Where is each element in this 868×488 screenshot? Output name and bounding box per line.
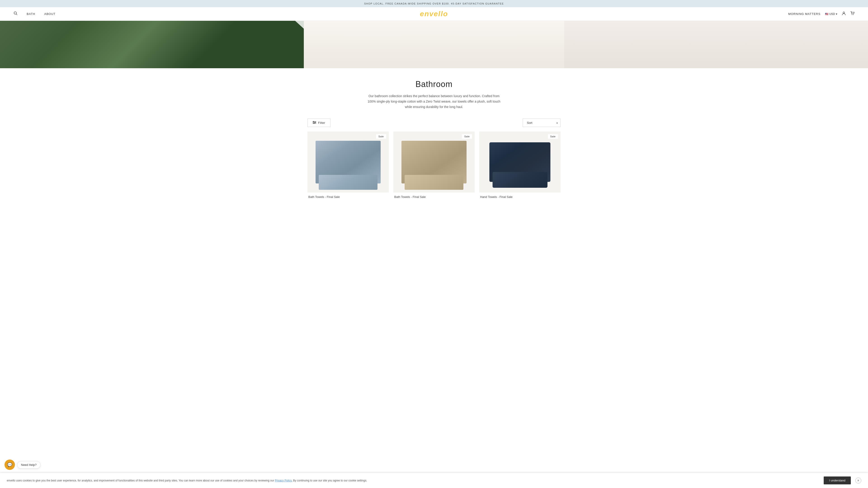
product-image [307,131,389,193]
announcement-text: SHOP LOCAL. FREE CANADA-WIDE SHIPPING OV… [364,2,504,5]
hero-robe-section [304,21,564,68]
filter-button[interactable]: Filter [307,119,331,127]
product-label: Bath Towels - Final Sale [307,193,389,199]
nav-bath[interactable]: BATH [27,12,35,15]
currency-chevron-icon: ▾ [836,12,837,15]
sale-badge: Sale [462,134,472,139]
table-row[interactable]: Sale Hand Towels - Final Sale [479,131,561,199]
sale-badge: Sale [376,134,386,139]
announcement-bar: SHOP LOCAL. FREE CANADA-WIDE SHIPPING OV… [0,0,868,7]
hero-banner [0,21,868,68]
svg-point-2 [843,12,845,13]
towel-beige-icon [401,141,467,184]
user-account-button[interactable] [842,11,846,17]
sale-badge: Sale [548,134,558,139]
product-image-inner [393,131,475,193]
product-image [479,131,561,193]
product-image-inner [307,131,389,193]
nav-morning-matters[interactable]: MORNING MATTERS [788,12,820,15]
table-row[interactable]: Sale Bath Towels - Final Sale [307,131,389,199]
search-icon [13,11,18,17]
product-grid: Sale Bath Towels - Final Sale Sale Bath … [303,131,565,208]
header-left-nav: BATH ABOUT [13,11,56,17]
product-image-inner [479,131,561,193]
svg-point-9 [315,122,315,123]
page-title: Bathroom [307,79,561,89]
towel-navy-icon [489,142,550,182]
currency-selector[interactable]: 🇺🇸 USD ▾ [825,12,837,15]
filter-label: Filter [318,121,325,125]
filter-icon [313,121,316,125]
logo-container: envello [420,10,448,18]
hero-plants-section [0,21,347,68]
svg-line-1 [16,14,18,15]
nav-about[interactable]: ABOUT [44,12,56,15]
page-content: Bathroom Our bathroom collection strikes… [298,68,569,208]
page-title-section: Bathroom Our bathroom collection strikes… [303,68,565,116]
sort-select[interactable]: Sort Best Selling Alphabetically, A-Z Al… [523,119,560,127]
header-right-nav: MORNING MATTERS 🇺🇸 USD ▾ [788,11,855,17]
page-description: Our bathroom collection strikes the perf… [366,94,502,109]
svg-point-10 [314,123,314,124]
filter-sort-bar: Filter Sort Best Selling Alphabetically,… [307,116,561,131]
svg-point-3 [852,14,852,15]
sort-dropdown-wrapper: Sort Best Selling Alphabetically, A-Z Al… [523,119,561,127]
currency-flag: 🇺🇸 [825,12,829,15]
product-image [393,131,475,193]
cart-button[interactable] [850,11,855,17]
currency-code: USD [829,12,835,15]
search-button[interactable] [13,11,18,17]
svg-point-0 [14,12,17,14]
svg-point-8 [313,121,314,122]
site-header: BATH ABOUT envello MORNING MATTERS 🇺🇸 US… [0,7,868,21]
cart-icon [850,11,855,17]
svg-point-4 [853,14,854,15]
towel-blue-icon [315,141,381,184]
hero-right-section [564,21,868,68]
product-label: Hand Towels - Final Sale [479,193,561,199]
product-label: Bath Towels - Final Sale [393,193,475,199]
user-icon [842,11,846,17]
site-logo[interactable]: envello [420,10,448,18]
table-row[interactable]: Sale Bath Towels - Final Sale [393,131,475,199]
